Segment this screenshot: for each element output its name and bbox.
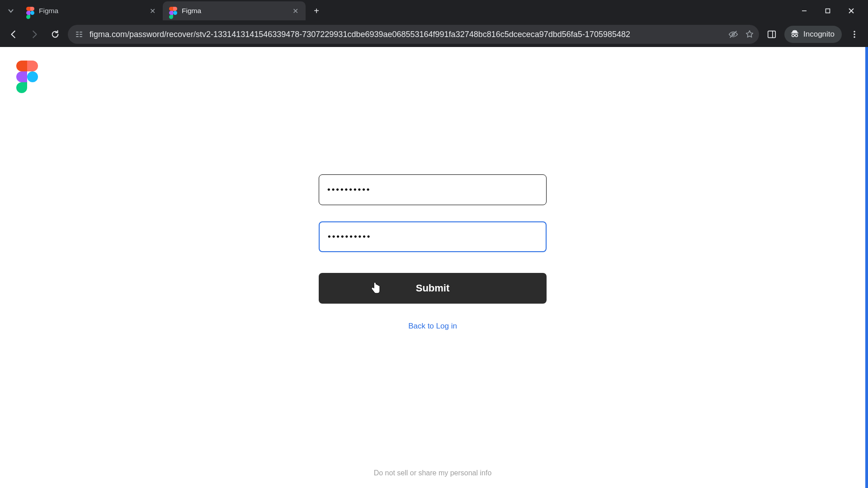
do-not-sell-link[interactable]: Do not sell or share my personal info (374, 469, 492, 477)
svg-rect-9 (80, 36, 82, 37)
forward-button[interactable] (26, 26, 42, 42)
back-to-login-link[interactable]: Back to Log in (319, 322, 547, 331)
figma-favicon-icon (26, 7, 34, 15)
figma-logo[interactable] (16, 61, 38, 93)
svg-point-20 (854, 36, 855, 38)
site-settings-icon[interactable] (74, 29, 84, 39)
tab-figma-2[interactable]: Figma ✕ (163, 1, 306, 20)
address-bar[interactable]: figma.com/password/recover/stv2-13314131… (68, 25, 759, 44)
confirm-password-field[interactable] (319, 221, 547, 252)
minimize-button[interactable] (797, 3, 812, 19)
close-icon[interactable]: ✕ (148, 7, 156, 15)
tab-bar: Figma ✕ Figma ✕ + (0, 0, 868, 22)
tab-figma-1[interactable]: Figma ✕ (20, 1, 163, 20)
tab-search-dropdown[interactable] (4, 4, 18, 18)
side-panel-button[interactable] (764, 26, 780, 42)
svg-point-16 (795, 34, 798, 37)
maximize-button[interactable] (820, 3, 835, 19)
tab-title: Figma (39, 7, 144, 15)
cursor-icon (370, 282, 381, 295)
new-tab-button[interactable]: + (308, 3, 325, 19)
page-viewport: Submit Back to Log in Do not sell or sha… (0, 47, 868, 488)
svg-point-15 (792, 34, 795, 37)
submit-button-label: Submit (416, 282, 450, 294)
close-window-button[interactable] (844, 3, 859, 19)
tab-title: Figma (182, 7, 287, 15)
eye-off-icon[interactable] (728, 29, 738, 39)
svg-point-0 (30, 11, 34, 15)
svg-rect-14 (791, 33, 799, 33)
url-text: figma.com/password/recover/stv2-13314131… (90, 30, 723, 39)
password-reset-form: Submit Back to Log in (319, 174, 547, 331)
svg-rect-7 (80, 34, 82, 35)
new-password-field[interactable] (319, 174, 547, 205)
chrome-menu-button[interactable] (846, 26, 863, 42)
window-controls (797, 3, 864, 19)
svg-point-21 (27, 71, 38, 82)
reload-button[interactable] (47, 26, 63, 42)
svg-rect-12 (768, 31, 776, 38)
svg-rect-4 (76, 32, 79, 33)
back-button[interactable] (5, 26, 22, 42)
svg-rect-6 (76, 34, 79, 35)
svg-point-19 (854, 33, 855, 35)
close-icon[interactable]: ✕ (291, 7, 299, 15)
browser-chrome: Figma ✕ Figma ✕ + (0, 0, 868, 47)
scrollbar-corner (865, 471, 868, 488)
svg-rect-5 (80, 32, 82, 33)
toolbar: figma.com/password/recover/stv2-13314131… (0, 22, 868, 47)
svg-rect-3 (826, 9, 830, 13)
svg-rect-8 (76, 36, 79, 37)
submit-button[interactable]: Submit (319, 273, 547, 304)
incognito-icon (790, 28, 800, 41)
incognito-label: Incognito (803, 30, 835, 39)
bookmark-star-icon[interactable] (745, 29, 755, 39)
incognito-indicator[interactable]: Incognito (784, 26, 842, 43)
figma-favicon-icon (169, 7, 177, 15)
svg-point-18 (854, 31, 855, 33)
svg-point-1 (173, 11, 177, 15)
